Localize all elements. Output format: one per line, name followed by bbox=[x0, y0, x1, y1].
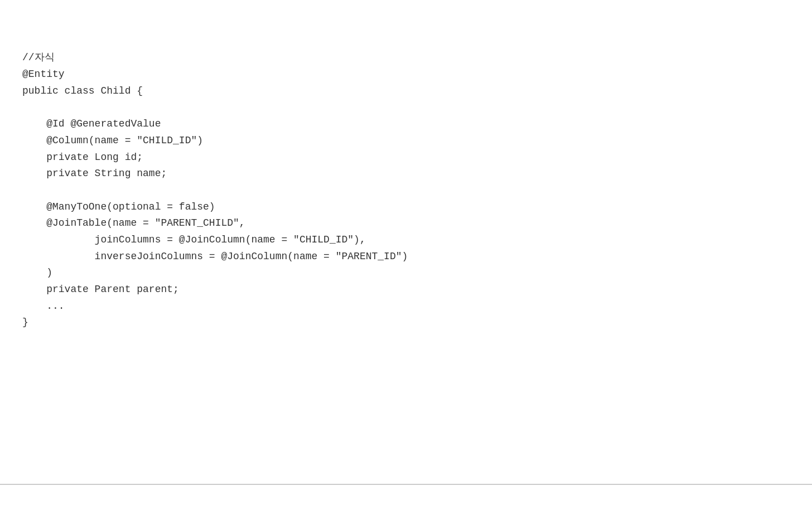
line-manytoone: @ManyToOne(optional = false) bbox=[22, 199, 790, 216]
line-column: @Column(name = "CHILD_ID") bbox=[22, 133, 790, 149]
line-private-string: private String name; bbox=[22, 166, 790, 182]
line-class: public class Child { bbox=[22, 83, 790, 100]
line-inversejoin: inverseJoinColumns = @JoinColumn(name = … bbox=[22, 249, 790, 265]
line-comment: //자식 bbox=[22, 50, 790, 66]
line-closeparen: ) bbox=[22, 265, 790, 281]
line-entity: @Entity bbox=[22, 66, 790, 83]
line-blank2 bbox=[22, 182, 790, 199]
line-private-parent: private Parent parent; bbox=[22, 281, 790, 298]
code-container: //자식@Entitypublic class Child { @Id @Gen… bbox=[0, 0, 812, 485]
line-closebrace: } bbox=[22, 314, 790, 331]
line-id-generated: @Id @GeneratedValue bbox=[22, 116, 790, 133]
line-jointable: @JoinTable(name = "PARENT_CHILD", bbox=[22, 215, 790, 232]
bottom-border bbox=[0, 484, 812, 485]
line-blank1 bbox=[22, 99, 790, 116]
line-joincolumns: joinColumns = @JoinColumn(name = "CHILD_… bbox=[22, 232, 790, 249]
line-private-long: private Long id; bbox=[22, 149, 790, 166]
code-block: //자식@Entitypublic class Child { @Id @Gen… bbox=[22, 17, 790, 331]
line-ellipsis: ... bbox=[22, 298, 790, 315]
